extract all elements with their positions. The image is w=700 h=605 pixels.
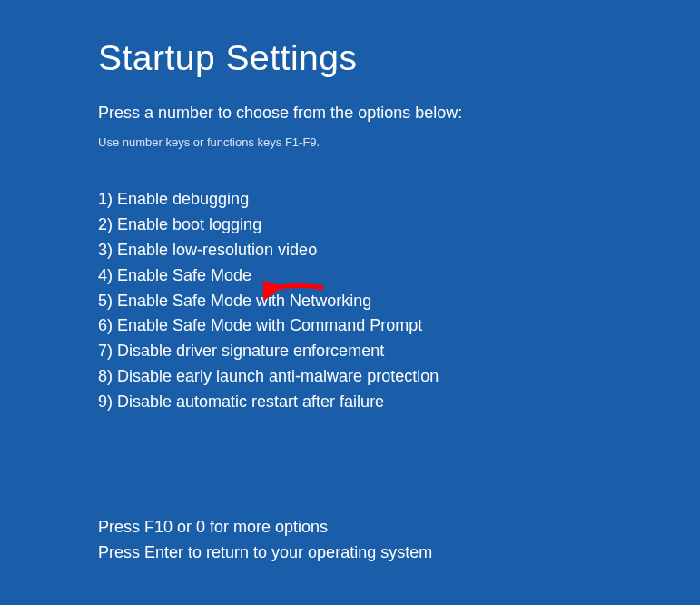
- option-8[interactable]: 8) Disable early launch anti-malware pro…: [98, 364, 700, 390]
- subinstruction-text: Use number keys or functions keys F1-F9.: [98, 135, 700, 149]
- option-7[interactable]: 7) Disable driver signature enforcement: [98, 339, 700, 364]
- option-6[interactable]: 6) Enable Safe Mode with Command Prompt: [98, 313, 700, 339]
- option-label: 4) Enable Safe Mode: [98, 266, 251, 284]
- option-3[interactable]: 3) Enable low-resolution video: [98, 238, 700, 263]
- option-label: 5) Enable Safe Mode with Networking: [98, 292, 371, 310]
- startup-settings-screen: Startup Settings Press a number to choos…: [0, 0, 700, 566]
- option-label: 7) Disable driver signature enforcement: [98, 342, 384, 360]
- option-label: 2) Enable boot logging: [98, 215, 261, 233]
- option-1[interactable]: 1) Enable debugging: [98, 187, 700, 213]
- option-9[interactable]: 9) Disable automatic restart after failu…: [98, 390, 700, 415]
- footer-return: Press Enter to return to your operating …: [98, 541, 700, 566]
- footer-instructions: Press F10 or 0 for more options Press En…: [98, 515, 700, 566]
- page-title: Startup Settings: [98, 38, 700, 78]
- option-label: 8) Disable early launch anti-malware pro…: [98, 367, 439, 385]
- option-label: 1) Enable debugging: [98, 190, 249, 208]
- startup-options-list: 1) Enable debugging 2) Enable boot loggi…: [98, 187, 700, 415]
- instruction-text: Press a number to choose from the option…: [98, 104, 700, 123]
- option-label: 6) Enable Safe Mode with Command Prompt: [98, 316, 422, 334]
- footer-more-options: Press F10 or 0 for more options: [98, 515, 700, 541]
- option-label: 9) Disable automatic restart after failu…: [98, 392, 384, 411]
- option-5[interactable]: 5) Enable Safe Mode with Networking: [98, 289, 700, 314]
- option-label: 3) Enable low-resolution video: [98, 241, 317, 259]
- option-2[interactable]: 2) Enable boot logging: [98, 213, 700, 238]
- option-4[interactable]: 4) Enable Safe Mode: [98, 263, 700, 289]
